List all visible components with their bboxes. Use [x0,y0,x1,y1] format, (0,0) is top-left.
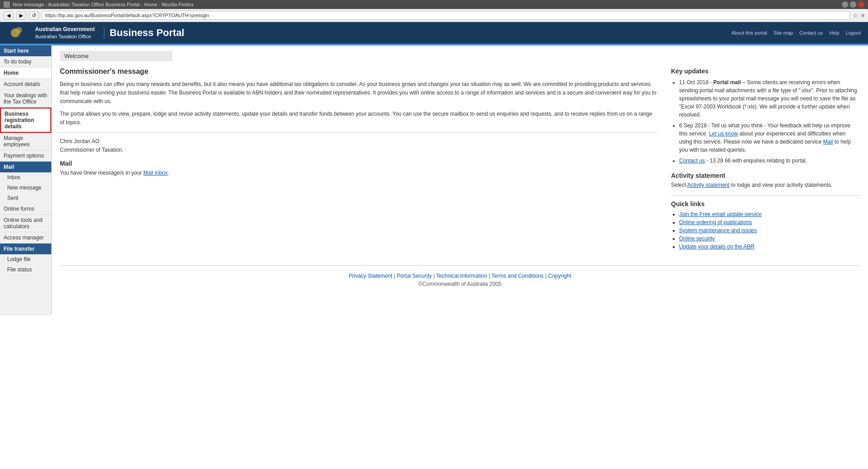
sidebar-item-to-do-today[interactable]: To do today [0,56,51,68]
activity-after: to lodge and view your activity statemen… [729,182,832,188]
key-update-item-3: Contact us - 13 28 66 with enquiries rel… [679,157,860,165]
contact-us-update-link[interactable]: Contact us [679,158,705,164]
key-update-item-1: 11 Oct 2018 - Portal mail – Some clients… [679,78,860,119]
sidebar-item-account-details[interactable]: Account details [0,79,51,90]
quick-link-3[interactable]: System maintenance and issues [679,227,757,234]
commissioner-role: Commissioner of Taxation. [60,146,658,154]
footer-links: Privacy Statement | Portal Security | Te… [67,273,853,279]
footer-technical-link[interactable]: Technical Information [436,273,487,279]
quick-link-item-3: System maintenance and issues [679,227,860,234]
right-divider [671,195,860,196]
content-left: Commissioner's message Being in business… [60,68,658,252]
sidebar-item-access-manager[interactable]: Access manager [0,232,51,244]
quick-link-4[interactable]: Online security [679,235,715,242]
mail-inbox-link[interactable]: Mail inbox [143,170,168,176]
bookmark-icon[interactable]: ☆ [853,12,858,19]
close-button[interactable] [858,1,864,8]
svg-point-2 [16,27,22,33]
activity-statement-text: Select Activity statement to lodge and v… [671,182,860,188]
sidebar: Start here To do today Home Account deta… [0,45,52,316]
mail-section-title: Mail [60,160,658,167]
content-two-col: Commissioner's message Being in business… [60,68,860,252]
top-nav-links: About this portal Site map Contact us He… [731,30,861,36]
sidebar-item-file-status[interactable]: File status [0,265,51,275]
update2-date: 6 Sep 2018 - [679,122,711,129]
logo-area: Australian Government Australian Taxatio… [7,25,184,41]
sidebar-item-inbox[interactable]: Inbox [0,172,51,183]
sidebar-file-transfer-header[interactable]: File transfer [0,244,51,254]
sidebar-mail-header[interactable]: Mail [0,162,51,172]
sidebar-item-lodge-file[interactable]: Lodge file [0,254,51,265]
footer-copyright-link[interactable]: Copyright [548,273,571,279]
refresh-button[interactable]: ↺ [29,11,39,20]
welcome-bar: Welcome [60,51,172,61]
let-us-know-link[interactable]: Let us know [709,131,738,137]
update1-bold: Portal mail [713,79,741,86]
sidebar-item-manage-employees[interactable]: Manage employees [0,133,51,150]
sidebar-item-your-dealings[interactable]: Your dealings with the Tax Office [0,90,51,108]
key-updates-section: Key updates 11 Oct 2018 - Portal mail – … [671,68,860,165]
update3-text-after: - 13 28 66 with enquiries relating to po… [705,158,807,164]
footer-privacy-link[interactable]: Privacy Statement [349,273,392,279]
activity-before: Select [671,182,687,188]
mail-help-link[interactable]: Mail [823,139,833,145]
key-updates-title: Key updates [671,68,860,75]
sidebar-item-payment-options[interactable]: Payment options [0,150,51,162]
quick-links-section: Quick links Join the Free email update s… [671,200,860,250]
mail-new: new [87,170,97,176]
logout-link[interactable]: Logout [846,30,861,36]
content-area: Welcome Commissioner's message Being in … [52,45,868,316]
quick-link-item-2: Online ordering of publications [679,219,860,225]
activity-statement-section: Activity statement Select Activity state… [671,172,860,188]
site-map-link[interactable]: Site map [774,30,793,36]
main-layout: Start here To do today Home Account deta… [0,45,868,316]
quick-links-title: Quick links [671,200,860,207]
quick-link-item-1: Join the Free email update service [679,211,860,217]
sidebar-item-business-reg[interactable]: Business registration details [0,108,51,133]
activity-statement-title: Activity statement [671,172,860,179]
sidebar-item-online-forms[interactable]: Online forms [0,203,51,215]
minimize-button[interactable] [842,1,848,8]
quick-link-5[interactable]: Update your details on the ABR [679,244,754,250]
commissioner-para2: The portal allows you to view, prepare, … [60,110,658,127]
quick-link-item-4: Online security [679,235,860,242]
quick-link-1[interactable]: Join the Free email update service [679,211,761,217]
commissioner-para1: Being in business can offer you many rew… [60,80,658,106]
footer: Privacy Statement | Portal Security | Te… [60,265,860,294]
forward-button[interactable]: ▶ [16,11,26,20]
gov-agency-label: Australian Taxation Office [35,33,95,40]
quick-link-item-5: Update your details on the ABR [679,244,860,250]
maximize-button[interactable] [850,1,856,8]
back-button[interactable]: ◀ [4,11,13,20]
commissioner-title: Commissioner's message [60,68,658,76]
gov-text: Australian Government Australian Taxatio… [35,26,95,40]
commissioner-signature: Chris Jordan AO Commissioner of Taxation… [60,137,658,154]
browser-title: New message - Australian Taxation Office… [13,2,193,7]
quick-link-2[interactable]: Online ordering of publications [679,219,752,225]
sidebar-item-new-message[interactable]: New message [0,183,51,193]
mail-text-before: You have 0 [60,170,87,176]
mail-after-label: message/s in your [98,170,142,176]
footer-security-link[interactable]: Portal Security [397,273,432,279]
commissioner-name: Chris Jordan AO [60,137,658,146]
footer-terms-link[interactable]: Terms and Conditions [492,273,544,279]
contact-us-top-link[interactable]: Contact us [799,30,823,36]
sidebar-item-online-tools[interactable]: Online tools and calculators [0,215,51,232]
commissioner-text: Being in business can offer you many rew… [60,80,658,127]
address-bar[interactable] [42,11,850,20]
key-update-item-2: 6 Sep 2018 - Tell us what you think - Yo… [679,122,860,154]
footer-copyright: ©Commonwealth of Australia 2005 [67,281,853,287]
sidebar-start-here[interactable]: Start here [0,45,51,56]
menu-icon[interactable]: ≡ [861,12,864,19]
sidebar-item-sent[interactable]: Sent [0,193,51,203]
ato-logo [7,25,31,41]
about-portal-link[interactable]: About this portal [731,30,767,36]
update1-date: 11 Oct 2018 - [679,79,713,86]
commissioner-divider [60,132,658,133]
help-link[interactable]: Help [829,30,840,36]
sidebar-item-home[interactable]: Home [0,68,51,79]
activity-statement-link[interactable]: Activity statement [687,182,729,188]
top-navigation: Australian Government Australian Taxatio… [0,22,868,44]
content-right: Key updates 11 Oct 2018 - Portal mail – … [671,68,860,252]
key-updates-list: 11 Oct 2018 - Portal mail – Some clients… [671,78,860,165]
